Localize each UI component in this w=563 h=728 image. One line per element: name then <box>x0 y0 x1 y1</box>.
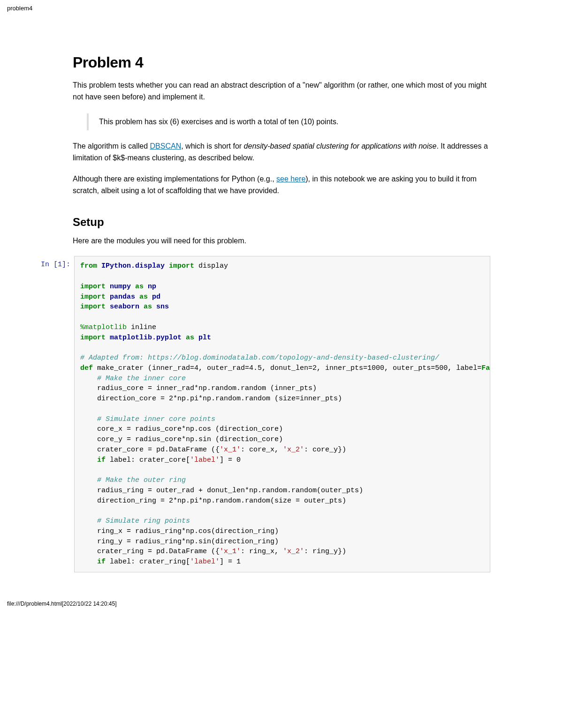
page-header: problem4 <box>0 0 563 16</box>
kw-as-pd: as <box>139 293 148 301</box>
alias-np: np <box>148 283 156 291</box>
heading-setup: Setup <box>73 216 490 229</box>
algo-pre: The algorithm is called <box>73 142 150 150</box>
line-crater-core-a: crater_core = pd.DataFrame ({ <box>80 446 220 454</box>
cell-prompt: In [1]: <box>28 256 74 269</box>
kw-from: from <box>80 262 97 270</box>
intro-paragraph: This problem tests whether you can read … <box>73 80 490 103</box>
algo-em: density-based spatial clustering for app… <box>244 142 437 150</box>
str-x1-a: 'x_1' <box>220 446 241 454</box>
mod-ipython: IPython.display <box>101 262 165 270</box>
setup-paragraph: Here are the modules you will need for t… <box>73 235 490 247</box>
kw-def: def <box>80 364 93 372</box>
line-crater-ring-c: : ring_y}) <box>304 548 346 555</box>
line-direction-core: direction_core = 2*np.pi*np.random.rando… <box>80 395 342 403</box>
kw-if-1: if <box>80 456 106 464</box>
line-crater-ring-a: crater_ring = pd.DataFrame ({ <box>80 548 220 555</box>
line-core-y: core_y = radius_core*np.sin (direction_c… <box>80 435 283 443</box>
line-crater-core-c: : core_y}) <box>304 446 346 454</box>
page-footer: file:///D/problem4.html[2022/10/22 14:20… <box>0 600 563 616</box>
mod-seaborn: seaborn <box>110 303 139 311</box>
comment-sim-inner: # Simulate inner core points <box>80 415 215 423</box>
mod-pyplot: matplotlib.pyplot <box>110 334 182 342</box>
line-direction-ring: direction_ring = 2*np.pi*np.random.rando… <box>80 497 346 505</box>
kw-import-sns: import <box>80 303 106 311</box>
kw-import-pd: import <box>80 293 106 301</box>
if-core-b: ] = 0 <box>220 456 241 464</box>
alias-plt: plt <box>198 334 211 342</box>
see-here-link[interactable]: see here <box>276 175 305 183</box>
page-title-small: problem4 <box>7 5 32 12</box>
code-block[interactable]: from IPython.display import display impo… <box>74 256 490 572</box>
comment-inner-core: # Make the inner core <box>80 375 186 383</box>
kw-as-sns: as <box>144 303 152 311</box>
impl-pre: Although there are existing implementati… <box>73 175 276 183</box>
comment-outer-ring: # Make the outer ring <box>80 476 186 484</box>
mod-pandas: pandas <box>110 293 135 301</box>
kw-false: False <box>481 364 490 372</box>
comment-adapted: # Adapted from: https://blog.dominodatal… <box>80 354 439 362</box>
footer-text: file:///D/problem4.html[2022/10/22 14:20… <box>7 600 116 607</box>
line-radius-core: radius_core = inner_rad*np.random.random… <box>80 384 317 392</box>
line-crater-core-b: : core_x, <box>241 446 283 454</box>
code-cell: In [1]: from IPython.display import disp… <box>28 256 490 572</box>
magic-arg: inline <box>127 323 156 331</box>
line-crater-ring-b: : ring_x, <box>241 548 283 555</box>
heading-problem: Problem 4 <box>73 54 490 71</box>
algorithm-paragraph: The algorithm is called DBSCAN, which is… <box>73 141 490 164</box>
if-ring-b: ] = 1 <box>220 558 241 566</box>
comment-sim-ring: # Simulate ring points <box>80 517 190 525</box>
magic-matplotlib: %matplotlib <box>80 323 127 331</box>
kw-import-np: import <box>80 283 106 291</box>
if-ring-a: label: crater_ring[ <box>106 558 190 566</box>
kw-as-plt: as <box>186 334 194 342</box>
if-core-a: label: crater_core[ <box>106 456 190 464</box>
dbscan-link[interactable]: DBSCAN <box>150 142 182 150</box>
str-label-2: 'label' <box>190 558 220 566</box>
kw-import: import <box>169 262 194 270</box>
kw-import-plt: import <box>80 334 106 342</box>
str-x2-b: 'x_2' <box>283 548 304 555</box>
alias-pd: pd <box>152 293 160 301</box>
str-label-1: 'label' <box>190 456 220 464</box>
str-x2-a: 'x_2' <box>283 446 304 454</box>
def-sig-a: make_crater (inner_rad=4, outer_rad=4.5,… <box>93 364 481 372</box>
algo-mid: , which is short for <box>181 142 243 150</box>
line-ring-y: ring_y = radius_ring*np.sin(direction_ri… <box>80 538 279 546</box>
main-content: Problem 4 This problem tests whether you… <box>73 16 490 572</box>
kw-if-2: if <box>80 558 106 566</box>
line-radius-ring: radius_ring = outer_rad + donut_len*np.r… <box>80 487 363 495</box>
mod-numpy: numpy <box>110 283 131 291</box>
callout-points: This problem has six (6) exercises and i… <box>87 113 490 131</box>
str-x1-b: 'x_1' <box>220 548 241 555</box>
name-display: display <box>198 262 228 270</box>
callout-text: This problem has six (6) exercises and i… <box>99 118 338 126</box>
line-core-x: core_x = radius_core*np.cos (direction_c… <box>80 425 283 433</box>
line-ring-x: ring_x = radius_ring*np.cos(direction_ri… <box>80 527 279 535</box>
kw-as-np: as <box>135 283 144 291</box>
alias-sns: sns <box>156 303 169 311</box>
implementation-paragraph: Although there are existing implementati… <box>73 173 490 197</box>
